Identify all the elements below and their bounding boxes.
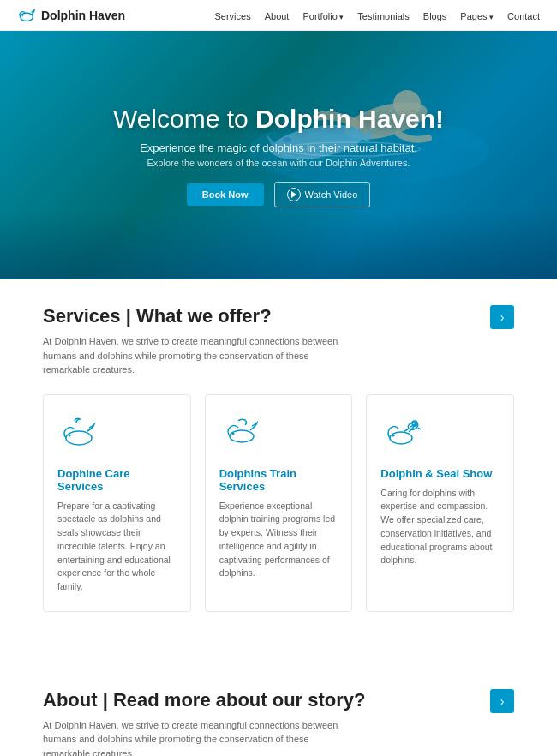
- watch-video-button[interactable]: Watch Video: [274, 182, 371, 207]
- nav-logo[interactable]: Dolphin Haven: [17, 6, 125, 25]
- hero-content: Welcome to Dolphin Haven! Experience the…: [79, 104, 478, 207]
- service-card-2: Dolphins Train Services Experience excep…: [205, 394, 353, 612]
- about-header: About | Read more about our story? ›: [43, 689, 514, 713]
- nav-item-contact[interactable]: Contact: [507, 8, 540, 23]
- logo-icon: [17, 6, 36, 25]
- hero-section: Welcome to Dolphin Haven! Experience the…: [0, 31, 557, 279]
- navbar: Dolphin Haven Services About Portfolio T…: [0, 0, 557, 31]
- hero-subtitle: Experience the magic of dolphins in thei…: [113, 141, 444, 154]
- dolphin-train-icon: [219, 412, 262, 455]
- about-description: At Dolphin Haven, we strive to create me…: [43, 718, 351, 756]
- play-circle-icon: [287, 188, 301, 201]
- nav-item-services[interactable]: Services: [214, 8, 250, 23]
- section-spacer: [0, 638, 557, 663]
- nav-links: Services About Portfolio Testimonials Bl…: [214, 8, 540, 23]
- svg-point-12: [230, 430, 254, 442]
- services-description: At Dolphin Haven, we strive to create me…: [43, 334, 351, 377]
- hero-title: Welcome to Dolphin Haven!: [113, 104, 444, 135]
- svg-point-1: [22, 15, 24, 16]
- svg-point-11: [69, 434, 71, 436]
- about-arrow-button[interactable]: ›: [490, 689, 514, 713]
- services-arrow-button[interactable]: ›: [490, 305, 514, 329]
- services-section: Services | What we offer? › At Dolphin H…: [0, 279, 557, 638]
- hero-water-gradient: [0, 211, 557, 279]
- service-card-3: Dolphin & Seal Show Caring for dolphins …: [366, 394, 514, 612]
- svg-point-0: [21, 13, 33, 21]
- hero-sub2: Explore the wonders of the ocean with ou…: [113, 158, 444, 168]
- card-3-text: Caring for dolphins with expertise and c…: [380, 487, 500, 568]
- about-section: About | Read more about our story? › At …: [0, 663, 557, 756]
- brand-name: Dolphin Haven: [41, 9, 125, 22]
- service-card-1: Dophine Care Services Prepare for a capt…: [43, 394, 191, 612]
- dolphin-care-icon: [57, 412, 100, 455]
- svg-point-14: [390, 432, 412, 444]
- card-1-text: Prepare for a captivating spectacle as d…: [57, 500, 177, 594]
- nav-item-pages[interactable]: Pages: [460, 8, 494, 23]
- card-3-title: Dolphin & Seal Show: [380, 467, 500, 480]
- dolphin-seal-icon: [380, 412, 423, 455]
- nav-item-blogs[interactable]: Blogs: [423, 8, 447, 23]
- hero-buttons: Book Now Watch Video: [113, 182, 444, 207]
- nav-item-testimonials[interactable]: Testimonials: [357, 8, 410, 23]
- services-header: Services | What we offer? ›: [43, 305, 514, 329]
- about-title: About | Read more about our story?: [43, 689, 366, 711]
- card-1-title: Dophine Care Services: [57, 467, 177, 493]
- nav-item-portfolio[interactable]: Portfolio: [302, 8, 344, 23]
- services-cards: Dophine Care Services Prepare for a capt…: [43, 394, 514, 612]
- svg-point-10: [66, 431, 92, 445]
- services-title: Services | What we offer?: [43, 305, 272, 327]
- svg-point-13: [231, 432, 234, 435]
- card-2-title: Dolphins Train Services: [219, 467, 338, 493]
- card-2-text: Experience exceptional dolphin training …: [219, 500, 338, 581]
- book-now-button[interactable]: Book Now: [187, 183, 264, 206]
- svg-point-15: [392, 434, 395, 436]
- nav-item-about[interactable]: About: [265, 8, 290, 23]
- play-triangle-icon: [291, 191, 296, 198]
